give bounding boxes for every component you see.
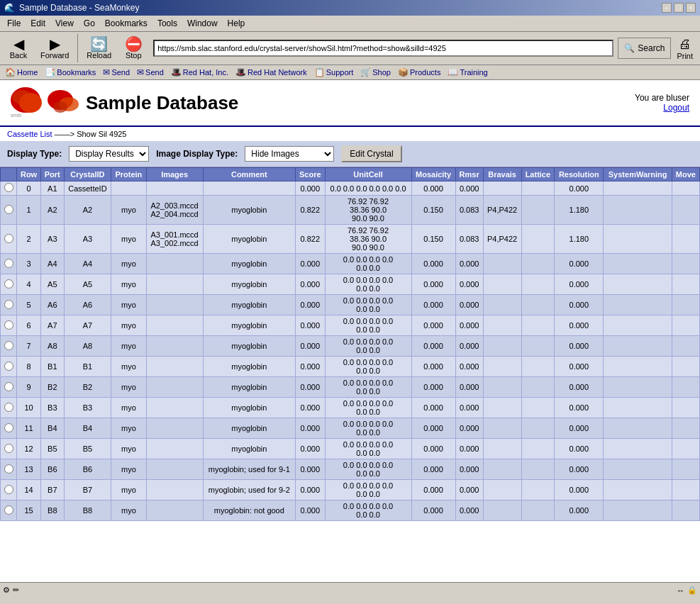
page-content: smb Sample Database You are bluser Logou… <box>0 80 700 582</box>
cell-warning <box>604 459 672 480</box>
cell-score: 0.000 <box>295 480 325 500</box>
bookmark-support[interactable]: 📋 Support <box>312 67 356 78</box>
row-radio-cell[interactable] <box>1 480 17 500</box>
cell-comment: myoglobin <box>203 315 295 336</box>
user-info: You are bluser Logout <box>635 93 689 113</box>
cell-row: 0 <box>17 181 41 196</box>
row-radio-cell[interactable] <box>1 398 17 418</box>
cell-score: 0.000 <box>295 315 325 336</box>
row-radio-cell[interactable] <box>1 225 17 254</box>
cell-images <box>146 439 203 459</box>
row-radio[interactable] <box>4 362 13 371</box>
row-radio-cell[interactable] <box>1 181 17 196</box>
th-unitcell: UnitCell <box>325 168 411 181</box>
row-radio-cell[interactable] <box>1 357 17 377</box>
row-radio-cell[interactable] <box>1 336 17 357</box>
redhat-inc-icon: 🎩 <box>171 67 182 77</box>
edit-crystal-button[interactable]: Edit Crystal <box>341 145 401 162</box>
row-radio-cell[interactable] <box>1 315 17 336</box>
row-radio[interactable] <box>4 320 13 330</box>
row-radio[interactable] <box>4 403 13 412</box>
cell-crystalid: B3 <box>64 398 111 418</box>
menu-help[interactable]: Help <box>223 17 250 30</box>
menu-go[interactable]: Go <box>79 17 99 30</box>
cell-comment: myoglobin <box>203 357 295 377</box>
bookmark-send2[interactable]: ✉ Send <box>135 67 166 78</box>
print-icon: 🖨 <box>679 37 691 52</box>
row-radio-cell[interactable] <box>1 500 17 521</box>
logout-link[interactable]: Logout <box>663 103 689 113</box>
svg-point-2 <box>53 101 67 113</box>
maximize-button[interactable]: □ <box>674 3 684 13</box>
cell-bravais <box>483 398 521 418</box>
image-display-select[interactable]: Hide Images Show Images Show Thumbnails <box>245 146 334 162</box>
row-radio[interactable] <box>4 183 13 192</box>
reload-icon: 🔄 <box>90 37 108 51</box>
bookmark-training[interactable]: 📖 Training <box>445 67 489 78</box>
row-radio-cell[interactable] <box>1 377 17 398</box>
bookmark-send1[interactable]: ✉ Send <box>101 67 132 78</box>
cell-lattice <box>521 480 555 500</box>
cell-row: 7 <box>17 336 41 357</box>
cell-comment: myoglobin: not good <box>203 500 295 521</box>
cell-lattice <box>521 274 555 295</box>
row-radio[interactable] <box>4 259 13 268</box>
forward-button[interactable]: ▶ Forward <box>35 35 74 62</box>
print-label: Print <box>677 52 693 60</box>
row-radio[interactable] <box>4 423 13 432</box>
bookmark-bookmarks[interactable]: 📑 Bookmarks <box>43 67 98 78</box>
search-button[interactable]: 🔍 Search <box>618 38 671 59</box>
row-radio-cell[interactable] <box>1 274 17 295</box>
th-select <box>1 168 17 181</box>
bookmark-shop[interactable]: 🛒 Shop <box>358 67 393 78</box>
bookmark-products[interactable]: 📦 Products <box>396 67 443 78</box>
row-radio[interactable] <box>4 341 13 350</box>
th-rmsr: Rmsr <box>455 168 483 181</box>
bookmark-redhat-inc[interactable]: 🎩 Red Hat, Inc. <box>169 67 230 78</box>
minimize-button[interactable]: − <box>662 3 672 13</box>
cell-move <box>672 398 699 418</box>
cell-comment: myoglobin <box>203 254 295 274</box>
bookmark-home[interactable]: 🏠 Home <box>3 67 40 78</box>
page-inner: smb Sample Database You are bluser Logou… <box>0 80 700 582</box>
breadcrumb-link[interactable]: Cassette List <box>7 130 52 138</box>
row-radio[interactable] <box>4 234 13 243</box>
display-type-select[interactable]: Display Results Display All Display Imag… <box>69 146 149 162</box>
row-radio-cell[interactable] <box>1 439 17 459</box>
cell-row: 11 <box>17 418 41 439</box>
row-radio[interactable] <box>4 279 13 289</box>
row-radio-cell[interactable] <box>1 254 17 274</box>
row-radio[interactable] <box>4 485 13 494</box>
back-button[interactable]: ◀ Back <box>3 35 34 62</box>
menu-bookmarks[interactable]: Bookmarks <box>101 17 152 30</box>
close-button[interactable]: × <box>686 3 696 13</box>
cell-score: 0.000 <box>295 181 325 196</box>
menu-tools[interactable]: Tools <box>153 17 182 30</box>
cell-images <box>146 398 203 418</box>
row-radio[interactable] <box>4 505 13 515</box>
bookmark-redhat-network[interactable]: 🎩 Red Hat Network <box>233 67 309 78</box>
row-radio-cell[interactable] <box>1 196 17 225</box>
row-radio[interactable] <box>4 382 13 391</box>
cell-resolution: 0.000 <box>555 315 604 336</box>
address-bar[interactable]: https://smb.slac.stanford.edu/crystal-se… <box>153 40 613 57</box>
cell-score: 0.000 <box>295 459 325 480</box>
th-crystalid: CrystalID <box>64 168 111 181</box>
menu-edit[interactable]: Edit <box>26 17 50 30</box>
row-radio-cell[interactable] <box>1 418 17 439</box>
row-radio[interactable] <box>4 205 13 214</box>
menu-view[interactable]: View <box>51 17 78 30</box>
stop-button[interactable]: ⛔ Stop <box>118 35 149 62</box>
print-button[interactable]: 🖨 Print <box>672 35 697 62</box>
menu-file[interactable]: File <box>3 17 25 30</box>
row-radio[interactable] <box>4 464 13 474</box>
row-radio-cell[interactable] <box>1 295 17 315</box>
cell-bravais <box>483 181 521 196</box>
reload-button[interactable]: 🔄 Reload <box>82 35 116 62</box>
menu-window[interactable]: Window <box>183 17 222 30</box>
row-radio[interactable] <box>4 300 13 309</box>
row-radio[interactable] <box>4 444 13 453</box>
cell-move <box>672 196 699 225</box>
row-radio-cell[interactable] <box>1 459 17 480</box>
logo-area: smb Sample Database <box>11 87 238 118</box>
